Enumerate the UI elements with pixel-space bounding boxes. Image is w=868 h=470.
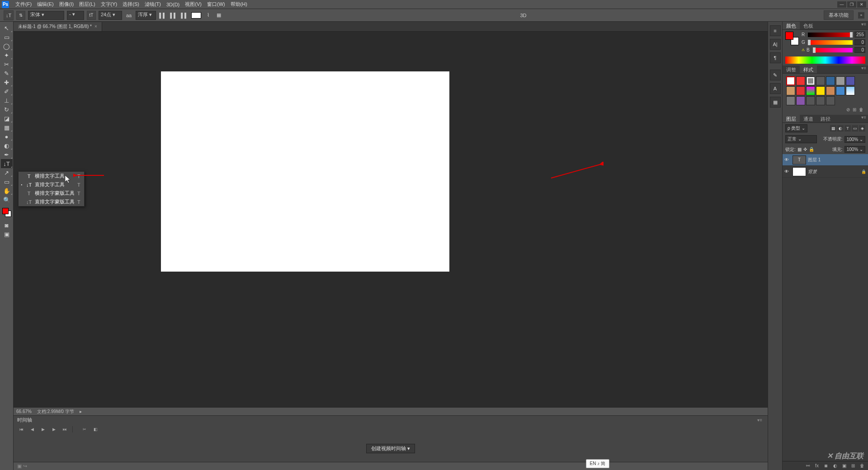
- style-swatch[interactable]: [826, 76, 835, 85]
- close-button[interactable]: ✕: [857, 1, 866, 8]
- style-swatch[interactable]: [836, 76, 845, 85]
- menu-window[interactable]: 窗口(W): [204, 0, 228, 9]
- tab-swatches[interactable]: 色板: [800, 22, 817, 29]
- ime-indicator[interactable]: EN ♪ 简: [586, 459, 609, 468]
- 3d-label[interactable]: 3D: [520, 13, 526, 18]
- document-tab[interactable]: 未标题-1 @ 66.7% (图层 1, RGB/8) * ×: [14, 22, 102, 31]
- style-swatch[interactable]: [786, 86, 795, 95]
- style-swatch[interactable]: [796, 76, 805, 85]
- menu-filter[interactable]: 滤镜(T): [142, 0, 164, 9]
- align-right-button[interactable]: ▌▌: [180, 11, 189, 19]
- tab-adjustments[interactable]: 调整: [783, 66, 800, 73]
- maximize-button[interactable]: ❐: [847, 1, 856, 8]
- new-group-icon[interactable]: ▣: [841, 463, 847, 469]
- dock-character-icon[interactable]: A|: [770, 39, 781, 50]
- flyout-horizontal-type-mask[interactable]: T 横排文字蒙版工具 T: [19, 189, 84, 197]
- tool-gradient[interactable]: ▦: [1, 123, 13, 132]
- style-swatch[interactable]: [806, 96, 815, 105]
- text-color-swatch[interactable]: [191, 12, 201, 19]
- character-panel-button[interactable]: ▦: [215, 11, 223, 19]
- flyout-vertical-type-mask[interactable]: ↓T 直排文字蒙版工具 T: [19, 197, 84, 206]
- blend-mode-select[interactable]: 正常 ⌄: [785, 135, 817, 143]
- menu-file[interactable]: 文件(F): [13, 0, 34, 9]
- gamut-warning-icon[interactable]: ⚠: [802, 48, 805, 52]
- tool-wand[interactable]: ✦: [1, 51, 13, 60]
- delete-layer-icon[interactable]: 🗑: [859, 463, 865, 469]
- dock-brush-icon[interactable]: ✎: [770, 70, 781, 80]
- close-tab-icon[interactable]: ×: [94, 24, 97, 29]
- tool-type[interactable]: ↓T: [1, 159, 13, 168]
- current-tool-icon[interactable]: ↓T: [4, 10, 14, 20]
- fill-value[interactable]: 100% ⌄: [844, 146, 865, 153]
- panel-fg-color[interactable]: [785, 32, 793, 40]
- r-value[interactable]: 255: [854, 32, 865, 38]
- menu-layer[interactable]: 图层(L): [76, 0, 98, 9]
- style-swatch[interactable]: [796, 96, 805, 105]
- b-value[interactable]: 0: [854, 47, 865, 53]
- style-swatch[interactable]: [786, 76, 795, 85]
- slider-r[interactable]: R 255: [802, 32, 865, 38]
- styles-panel-menu-icon[interactable]: ▾≡: [859, 66, 868, 73]
- tool-hand[interactable]: ✋: [1, 186, 13, 195]
- filter-smart-icon[interactable]: ◈: [859, 125, 865, 132]
- style-swatch[interactable]: [826, 86, 835, 95]
- tool-heal[interactable]: ✚: [1, 78, 13, 87]
- font-family-select[interactable]: 宋体 ▾: [28, 11, 64, 20]
- flyout-horizontal-type[interactable]: T 横排文字工具 T: [19, 172, 84, 180]
- tool-dodge[interactable]: ◐: [1, 141, 13, 150]
- layer-lock-icon[interactable]: 🔒: [861, 169, 866, 174]
- tool-crop[interactable]: ✂: [1, 60, 13, 69]
- tool-pen[interactable]: ✒: [1, 150, 13, 159]
- panel-color-swatches[interactable]: [785, 32, 799, 45]
- tool-history-brush[interactable]: ↻: [1, 105, 13, 114]
- dock-char-styles-icon[interactable]: A: [770, 83, 781, 94]
- workspace-switcher[interactable]: 基本功能: [824, 10, 854, 20]
- tool-screen-mode[interactable]: ▣: [1, 230, 13, 239]
- layers-panel-menu-icon[interactable]: ▾≡: [859, 115, 868, 122]
- g-value[interactable]: 0: [854, 39, 865, 45]
- tab-color[interactable]: 颜色: [783, 22, 800, 29]
- opacity-value[interactable]: 100% ⌄: [844, 136, 865, 143]
- timeline-prev-button[interactable]: ◀: [29, 426, 35, 432]
- lock-pixels-icon[interactable]: ▦: [797, 147, 802, 152]
- slider-g[interactable]: G 0: [802, 39, 865, 45]
- tab-styles[interactable]: 样式: [800, 66, 817, 73]
- layer-thumbnail[interactable]: T: [793, 155, 806, 164]
- zoom-level[interactable]: 66.67%: [16, 409, 32, 414]
- filter-shape-icon[interactable]: ▭: [852, 125, 858, 132]
- font-size-select[interactable]: 24点 ▾: [99, 11, 122, 20]
- layer-row[interactable]: 👁 T 图层 1: [783, 154, 868, 166]
- styles-new-icon[interactable]: ⊞: [853, 107, 856, 112]
- toolbar-color-swatches[interactable]: [2, 208, 11, 217]
- tool-stamp[interactable]: ⊥: [1, 96, 13, 105]
- menu-view[interactable]: 视图(V): [182, 0, 204, 9]
- style-swatch[interactable]: [816, 96, 825, 105]
- layer-name[interactable]: 图层 1: [808, 157, 866, 163]
- style-swatch[interactable]: [796, 86, 805, 95]
- filter-type-icon[interactable]: T: [844, 125, 851, 132]
- timeline-scissors-button[interactable]: ✂: [81, 426, 88, 432]
- filter-adjustment-icon[interactable]: ◐: [837, 125, 844, 132]
- tool-marquee[interactable]: ▭: [1, 33, 13, 42]
- tool-brush[interactable]: ✐: [1, 87, 13, 96]
- dock-history-icon[interactable]: ≡: [770, 25, 781, 36]
- layer-visibility-icon[interactable]: 👁: [784, 157, 791, 162]
- text-orientation-button[interactable]: ⇅: [16, 11, 25, 20]
- dock-paragraph-icon[interactable]: ¶: [770, 52, 781, 63]
- menu-edit[interactable]: 编辑(E): [34, 0, 57, 9]
- style-swatch[interactable]: [846, 86, 855, 95]
- timeline-first-button[interactable]: ⏮: [18, 426, 24, 432]
- layer-thumbnail[interactable]: [793, 167, 806, 176]
- tool-quick-mask[interactable]: ◙: [1, 221, 13, 230]
- tool-zoom[interactable]: 🔍: [1, 195, 13, 204]
- style-swatch[interactable]: [826, 96, 835, 105]
- layer-kind-filter[interactable]: ρ 类型 ⌄: [785, 124, 807, 132]
- style-swatch[interactable]: [806, 76, 815, 85]
- style-swatch[interactable]: [806, 86, 815, 95]
- new-adjustment-icon[interactable]: ◐: [832, 463, 838, 469]
- timeline-last-button[interactable]: ⏭: [61, 426, 68, 432]
- layer-name[interactable]: 背景: [808, 169, 859, 175]
- anti-alias-select[interactable]: 浑厚 ▾: [136, 11, 156, 20]
- flyout-vertical-type[interactable]: • ↓T 直排文字工具 T: [19, 180, 84, 189]
- menu-3d[interactable]: 3D(D): [164, 1, 182, 8]
